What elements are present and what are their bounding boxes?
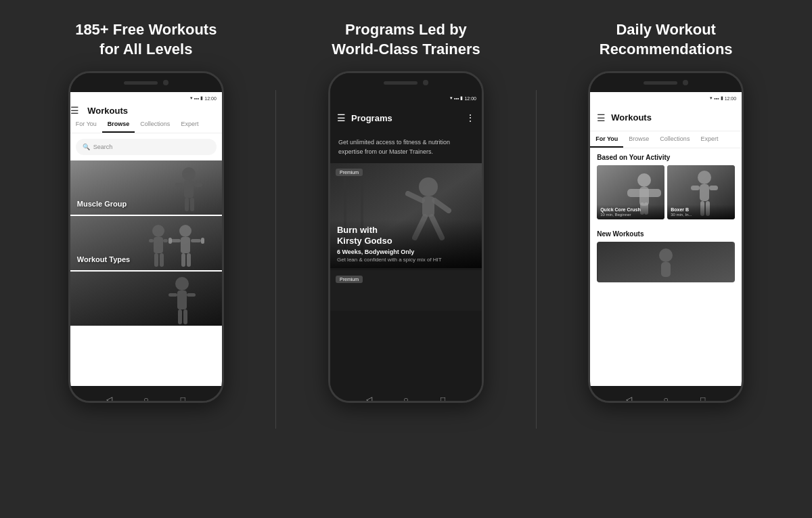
new-workout-svg [597, 242, 735, 282]
signal-icon-3: ▪▪▪ [714, 96, 719, 101]
phone-2-top [330, 73, 482, 92]
activity-section-title: Based on Your Activity [597, 154, 735, 161]
programs-description: Get unlimited access to fitness & nutrit… [330, 131, 482, 163]
svg-rect-24 [177, 290, 187, 309]
phone-3-top [590, 73, 742, 92]
phone-1-top [70, 73, 222, 92]
svg-rect-25 [168, 293, 177, 297]
menu-icon-3[interactable]: ☰ [597, 112, 606, 123]
program-desc-1: Get lean & confident with a spicy mix of… [337, 257, 475, 263]
back-button-2[interactable]: ◁ [363, 394, 374, 403]
phone-1-bottom: ◁ ○ □ [70, 386, 222, 403]
home-button-2[interactable]: ○ [401, 394, 411, 403]
main-container: 185+ Free Workoutsfor All Levels ▾ ▪▪▪ ▮… [0, 0, 812, 518]
recent-button-1[interactable]: □ [177, 394, 188, 403]
svg-rect-48 [700, 184, 709, 201]
workout-card-1[interactable]: Quick Core Crush 10 min, Beginner [597, 165, 664, 219]
phone-2-camera [423, 80, 428, 85]
time-2: 12:00 [464, 96, 476, 101]
menu-icon[interactable]: ☰ [70, 105, 79, 116]
svg-rect-15 [187, 253, 191, 267]
phone-1-appbar: ☰ Workouts [70, 104, 222, 116]
phone-3-bottom: ◁ ○ □ [590, 386, 742, 403]
battery-icon-3: ▮ [721, 95, 723, 101]
svg-point-54 [659, 249, 673, 262]
svg-rect-10 [171, 239, 181, 242]
more-icon[interactable]: ⋮ [466, 112, 475, 123]
activity-section: Based on Your Activity [590, 148, 742, 222]
svg-point-23 [175, 277, 189, 290]
home-button-1[interactable]: ○ [141, 394, 152, 403]
workout-card-2[interactable]: Boxer B 30 min, In... [667, 165, 735, 219]
tab-browse-3[interactable]: Browse [623, 131, 654, 148]
phone-2-bottom: ◁ ○ □ [330, 386, 482, 403]
phone-camera [163, 80, 168, 85]
svg-rect-12 [191, 239, 201, 242]
time-3: 12:00 [725, 96, 737, 101]
section-1: 185+ Free Workoutsfor All Levels ▾ ▪▪▪ ▮… [24, 14, 268, 504]
app-title-1: Workouts [87, 106, 128, 116]
svg-rect-26 [187, 293, 196, 297]
svg-rect-14 [181, 253, 185, 267]
new-workouts-section: New Workouts [590, 225, 742, 285]
recent-button-2[interactable]: □ [438, 394, 449, 403]
new-workout-thumb[interactable] [597, 242, 735, 282]
svg-rect-3 [175, 183, 183, 187]
svg-rect-28 [183, 309, 187, 324]
tab-browse-1[interactable]: Browse [102, 116, 135, 133]
svg-rect-20 [154, 253, 158, 267]
section-3: Daily WorkoutRecommendations ▾ ▪▪▪ ▮ 12:… [544, 14, 788, 504]
svg-rect-22 [70, 272, 222, 326]
workout-meta-2: 30 min, In... [671, 213, 731, 217]
phone-speaker [124, 81, 158, 85]
cat-label-1: Muscle Group [77, 200, 127, 208]
svg-rect-9 [181, 237, 190, 253]
tab-collections-1[interactable]: Collections [135, 116, 175, 133]
premium-badge-1: Premium [336, 169, 363, 176]
recent-button-3[interactable]: □ [698, 394, 708, 403]
phone-1-status: ▾ ▪▪▪ ▮ 12:00 [70, 92, 222, 104]
tabs-bar-1: For You Browse Collections Expert [70, 116, 222, 133]
battery-icon-2: ▮ [460, 95, 463, 101]
phone-3: ▾ ▪▪▪ ▮ 12:00 ☰ Workouts For You Browse … [588, 71, 744, 403]
signal-icon: ▪▪▪ [194, 96, 199, 101]
svg-point-41 [637, 173, 651, 187]
svg-rect-6 [190, 198, 194, 211]
svg-rect-18 [149, 239, 154, 242]
status-icons-2: ▾ ▪▪▪ ▮ 12:00 [450, 95, 476, 101]
program-card-2[interactable]: Premium [330, 270, 482, 311]
section-2: Programs Led byWorld-Class Trainers ▾ ▪▪… [284, 14, 528, 504]
back-button-3[interactable]: ◁ [624, 394, 635, 403]
svg-point-47 [698, 171, 711, 184]
svg-point-1 [182, 167, 196, 181]
home-button-3[interactable]: ○ [660, 394, 671, 403]
search-bar-1[interactable]: 🔍 Search [76, 139, 217, 155]
category-workout-types[interactable]: Workout Types [70, 216, 222, 270]
program-info-1: Burn withKirsty Godso 6 Weeks, Bodyweigh… [330, 219, 482, 268]
phone-2: ▾ ▪▪▪ ▮ 12:00 ☰ Programs ⋮ Get unl [328, 71, 484, 403]
tab-for-you-3[interactable]: For You [590, 131, 623, 148]
app-title-3: Workouts [611, 112, 652, 123]
section-1-title: 185+ Free Workoutsfor All Levels [75, 14, 217, 59]
svg-rect-21 [160, 253, 164, 267]
tab-expert-3[interactable]: Expert [695, 131, 723, 148]
svg-rect-27 [178, 309, 182, 324]
tab-for-you-1[interactable]: For You [70, 116, 102, 133]
program-card-1[interactable]: Premium Burn withKirsty Godso 6 Weeks, B… [330, 163, 482, 268]
search-icon-1: 🔍 [83, 144, 90, 150]
app-title-2: Programs [351, 113, 392, 123]
wifi-icon-3: ▾ [710, 95, 713, 101]
svg-rect-2 [184, 181, 194, 198]
back-button-1[interactable]: ◁ [104, 394, 114, 403]
category-3[interactable] [70, 272, 222, 326]
premium-badge-2: Premium [336, 276, 363, 283]
workout-name-1: Quick Core Crush [600, 207, 661, 212]
tab-collections-3[interactable]: Collections [654, 131, 695, 148]
time: 12:00 [204, 96, 217, 101]
menu-icon-2[interactable]: ☰ [337, 112, 346, 123]
category-muscle[interactable]: Muscle Group [70, 160, 222, 215]
tab-expert-1[interactable]: Expert [175, 116, 204, 133]
divider-2 [536, 90, 537, 429]
cat-bg-3 [70, 272, 222, 326]
svg-point-30 [419, 177, 438, 196]
